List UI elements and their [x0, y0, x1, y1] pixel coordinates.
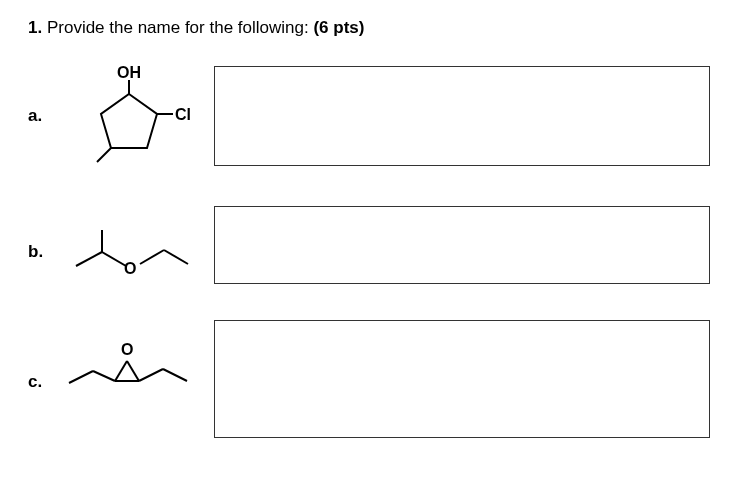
structure-a: OH Cl [54, 66, 214, 176]
question-header: 1. Provide the name for the following: (… [28, 18, 710, 38]
item-row-c: c. O [28, 320, 710, 438]
answer-box-c[interactable] [214, 320, 710, 438]
bond-c6 [139, 369, 163, 381]
structure-c: O [54, 320, 214, 410]
bond-b3 [102, 252, 126, 266]
question-prompt: Provide the name for the following: [47, 18, 309, 37]
question-points: (6 pts) [313, 18, 364, 37]
item-label-c: c. [28, 320, 54, 392]
molecule-a-svg: OH Cl [69, 66, 199, 176]
bond-b1 [76, 252, 102, 266]
label-oh: OH [117, 66, 141, 81]
label-o-b: O [124, 260, 136, 277]
item-label-a: a. [28, 66, 54, 126]
question-number: 1. [28, 18, 42, 37]
bond-c4 [115, 361, 127, 381]
label-o-c: O [121, 341, 133, 358]
item-row-b: b. O [28, 206, 710, 296]
bond-c2 [93, 371, 115, 381]
item-row-a: a. OH Cl [28, 66, 710, 176]
bond-c7 [163, 369, 187, 381]
bond-c1 [69, 371, 93, 383]
molecule-b-svg: O [64, 216, 204, 286]
cyclopentane-ring [101, 94, 157, 148]
molecule-c-svg: O [59, 325, 209, 405]
bond-b4 [140, 250, 164, 264]
answer-box-a[interactable] [214, 66, 710, 166]
bond-methyl [97, 148, 111, 162]
label-cl: Cl [175, 106, 191, 123]
bond-c5 [127, 361, 139, 381]
bond-b5 [164, 250, 188, 264]
item-label-b: b. [28, 206, 54, 262]
answer-box-b[interactable] [214, 206, 710, 284]
structure-b: O [54, 206, 214, 296]
